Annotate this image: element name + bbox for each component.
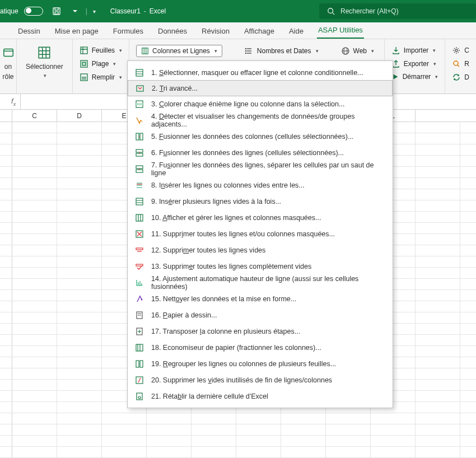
cell[interactable] [326, 413, 371, 424]
cell[interactable] [12, 447, 57, 457]
import-dropdown[interactable]: Importer▾ [391, 46, 438, 55]
cell[interactable] [57, 178, 102, 189]
cell[interactable] [416, 290, 460, 301]
menu-item-8[interactable]: 8. Insérer les lignes ou colonnes vides … [128, 177, 393, 193]
cell[interactable] [416, 391, 460, 401]
column-header[interactable]: D [57, 110, 102, 121]
cell[interactable] [416, 212, 460, 222]
cell[interactable] [326, 447, 371, 457]
range-dropdown[interactable]: Plage▾ [80, 59, 122, 68]
menu-item-15[interactable]: 15. Nettoyer les données et la mise en f… [128, 291, 393, 307]
cell[interactable] [416, 189, 460, 200]
cell[interactable] [57, 256, 102, 267]
cell[interactable] [102, 447, 147, 457]
cell[interactable] [57, 156, 102, 166]
menu-item-5[interactable]: 5. Fusionner les données des colonnes (c… [128, 128, 393, 144]
cell[interactable] [416, 223, 460, 233]
cell[interactable] [57, 402, 102, 413]
cell[interactable] [12, 234, 57, 245]
tab-données[interactable]: Données [157, 24, 188, 39]
cell[interactable] [57, 212, 102, 222]
tab-asap-utilities[interactable]: ASAP Utilities [317, 22, 364, 39]
cell[interactable] [236, 447, 281, 457]
cell[interactable] [281, 413, 326, 424]
cell[interactable] [12, 380, 57, 390]
cell[interactable] [57, 436, 102, 446]
cell[interactable] [12, 312, 57, 323]
cell[interactable] [281, 424, 326, 435]
cell[interactable] [57, 245, 102, 256]
cell[interactable] [416, 436, 460, 446]
menu-item-9[interactable]: 9. Insérer plusieurs lignes vides à la f… [128, 193, 393, 209]
menu-item-14[interactable]: 14. Ajustement automatique hauteur de li… [128, 274, 393, 291]
cell[interactable] [236, 413, 281, 424]
cell[interactable] [12, 223, 57, 233]
refresh-button[interactable]: D [452, 73, 469, 82]
cell[interactable] [416, 380, 460, 390]
settings-button[interactable]: C [452, 46, 469, 55]
cell[interactable] [326, 424, 371, 435]
cell[interactable] [12, 144, 57, 155]
export-dropdown[interactable]: Exporter▾ [391, 59, 438, 68]
quickaccess-overflow-icon[interactable]: ▾ [93, 8, 96, 15]
cell[interactable] [281, 447, 326, 457]
cell[interactable] [57, 133, 102, 144]
cell[interactable] [416, 279, 460, 289]
cell[interactable] [57, 447, 102, 457]
cell[interactable] [102, 413, 147, 424]
menu-item-12[interactable]: 12. Supprimer toutes les lignes vides [128, 242, 393, 258]
cell[interactable] [192, 447, 236, 457]
spreadsheet-grid[interactable]: CDEL 1. Sélectionner, masquer ou effacer… [0, 110, 476, 458]
cell[interactable] [12, 335, 57, 345]
undo-dropdown-icon[interactable] [70, 3, 80, 19]
cell[interactable] [12, 178, 57, 189]
cell[interactable] [147, 436, 192, 446]
cell[interactable] [416, 144, 460, 155]
tab-dessin[interactable]: Dessin [17, 24, 41, 39]
cell[interactable] [147, 424, 192, 435]
cell[interactable] [57, 122, 102, 133]
cell[interactable] [57, 368, 102, 379]
tab-mise-en-page[interactable]: Mise en page [54, 24, 100, 39]
select-button[interactable]: Sélectionner ▾ [24, 43, 66, 78]
web-dropdown[interactable]: Web▾ [341, 45, 374, 57]
cell[interactable] [416, 301, 460, 312]
cell[interactable] [12, 402, 57, 413]
columns-rows-dropdown[interactable]: Colonnes et Lignes▾ [136, 45, 222, 57]
cell[interactable] [147, 413, 192, 424]
menu-item-17[interactable]: 17. Transposer la colonne en plusieurs é… [128, 323, 393, 339]
cell[interactable] [12, 424, 57, 435]
cell[interactable] [416, 178, 460, 189]
cell[interactable] [12, 212, 57, 222]
menu-item-16[interactable]: 16. Papier à dessin... [128, 307, 393, 323]
cell[interactable] [57, 413, 102, 424]
cell[interactable] [192, 413, 236, 424]
cell[interactable] [416, 346, 460, 357]
cell[interactable] [57, 346, 102, 357]
autosave-toggle[interactable] [24, 7, 43, 16]
cell[interactable] [192, 436, 236, 446]
search-fav-button[interactable]: R [452, 59, 469, 68]
menu-item-7[interactable]: 7. Fusionner les données des lignes, sép… [128, 161, 393, 177]
cell[interactable] [416, 167, 460, 177]
cell[interactable] [236, 424, 281, 435]
cell[interactable] [12, 156, 57, 166]
cell[interactable] [371, 424, 416, 435]
cell[interactable] [12, 436, 57, 446]
cell[interactable] [57, 335, 102, 345]
fx-label[interactable]: fx [7, 97, 20, 107]
fill-dropdown[interactable]: Remplir▾ [80, 73, 122, 82]
cell[interactable] [57, 279, 102, 289]
cell[interactable] [416, 357, 460, 368]
cell[interactable] [57, 189, 102, 200]
cell[interactable] [416, 234, 460, 245]
cell[interactable] [371, 436, 416, 446]
cell[interactable] [416, 413, 460, 424]
cell[interactable] [57, 268, 102, 278]
cell[interactable] [57, 234, 102, 245]
cell[interactable] [57, 144, 102, 155]
cell[interactable] [416, 122, 460, 133]
cell[interactable] [12, 189, 57, 200]
cell[interactable] [416, 200, 460, 211]
menu-item-18[interactable]: 18. Economiseur de papier (fractionner l… [128, 339, 393, 356]
